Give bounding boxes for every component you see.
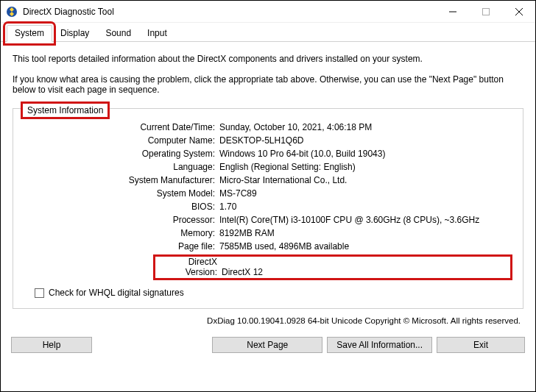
desc-line1: This tool reports detailed information a… <box>13 54 523 64</box>
directx-version-row: DirectX Version:DirectX 12 <box>153 254 512 280</box>
label-model: System Model: <box>24 188 215 199</box>
value-datetime: Sunday, October 10, 2021, 4:06:18 PM <box>219 122 512 132</box>
description-text: This tool reports detailed information a… <box>13 54 523 95</box>
help-button[interactable]: Help <box>11 337 92 353</box>
footer-copyright: DxDiag 10.00.19041.0928 64-bit Unicode C… <box>13 316 521 325</box>
value-mem: 8192MB RAM <box>219 228 512 238</box>
save-all-button[interactable]: Save All Information... <box>327 337 432 353</box>
whql-checkbox[interactable] <box>35 288 44 298</box>
system-information-group: System Information Current Date/Time: Su… <box>13 108 523 309</box>
minimize-button[interactable] <box>436 1 469 22</box>
label-datetime: Current Date/Time: <box>24 122 215 132</box>
window-title: DirectX Diagnostic Tool <box>23 7 436 17</box>
maximize-button[interactable] <box>469 1 502 22</box>
label-lang: Language: <box>24 162 215 172</box>
value-page: 7585MB used, 4896MB available <box>219 241 512 252</box>
label-os: Operating System: <box>24 149 215 159</box>
label-dx: DirectX Version: <box>158 257 217 277</box>
label-proc: Processor: <box>24 215 215 225</box>
label-bios: BIOS: <box>24 202 215 212</box>
label-mfr: System Manufacturer: <box>24 175 215 185</box>
label-computer: Computer Name: <box>24 135 215 146</box>
value-os: Windows 10 Pro 64-bit (10.0, Build 19043… <box>219 149 512 159</box>
svg-rect-2 <box>482 8 489 15</box>
value-bios: 1.70 <box>219 202 512 212</box>
value-model: MS-7C89 <box>219 188 512 199</box>
whql-checkbox-row[interactable]: Check for WHQL digital signatures <box>35 288 512 298</box>
tab-system[interactable]: System <box>7 25 52 42</box>
next-page-button[interactable]: Next Page <box>212 337 322 353</box>
tab-input[interactable]: Input <box>139 25 175 42</box>
value-proc: Intel(R) Core(TM) i3-10100F CPU @ 3.60GH… <box>219 215 512 225</box>
tab-display[interactable]: Display <box>52 25 97 42</box>
exit-button[interactable]: Exit <box>437 337 525 353</box>
content-area: This tool reports detailed information a… <box>1 42 535 334</box>
whql-label: Check for WHQL digital signatures <box>49 288 184 298</box>
system-information-legend: System Information <box>21 101 110 119</box>
titlebar: DirectX Diagnostic Tool <box>1 1 535 23</box>
dxdiag-icon <box>6 6 18 18</box>
desc-line2: If you know what area is causing the pro… <box>13 74 523 95</box>
close-button[interactable] <box>502 1 535 22</box>
label-mem: Memory: <box>24 228 215 238</box>
button-row: Help Next Page Save All Information... E… <box>1 334 535 360</box>
value-computer: DESKTOP-5LH1Q6D <box>219 135 512 146</box>
system-info-grid: Current Date/Time: Sunday, October 10, 2… <box>24 122 512 280</box>
tab-strip: System Display Sound Input <box>1 23 535 42</box>
value-dx: DirectX 12 <box>222 267 263 277</box>
tab-sound[interactable]: Sound <box>97 25 139 42</box>
value-mfr: Micro-Star International Co., Ltd. <box>219 175 512 185</box>
label-page: Page file: <box>24 241 215 252</box>
value-lang: English (Regional Setting: English) <box>219 162 512 172</box>
